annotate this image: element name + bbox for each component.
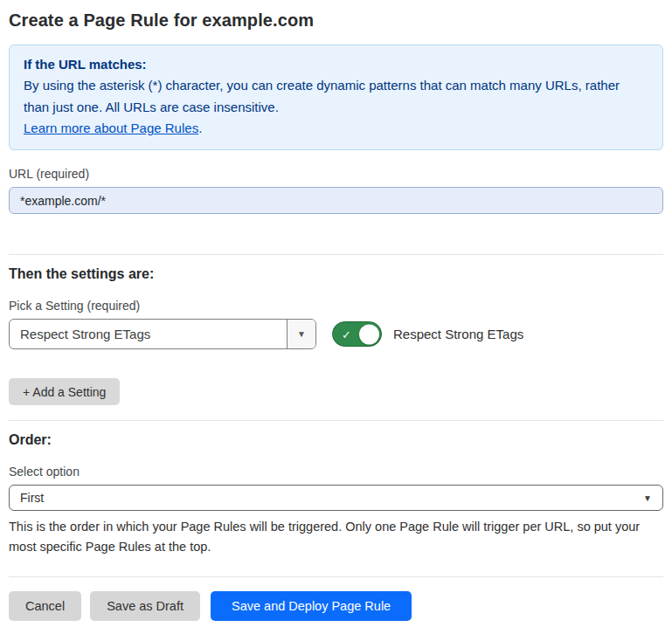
page-title: Create a Page Rule for example.com <box>9 10 663 31</box>
etags-toggle-label: Respect Strong ETags <box>393 327 523 341</box>
setting-select-arrow-box[interactable]: ▼ <box>287 320 315 348</box>
setting-select-value: Respect Strong ETags <box>10 320 287 348</box>
url-input[interactable] <box>9 187 663 214</box>
order-section-heading: Order: <box>9 432 663 448</box>
link-suffix: . <box>198 121 202 135</box>
order-select[interactable]: First ▼ <box>9 485 663 511</box>
learn-more-link[interactable]: Learn more about Page Rules <box>24 121 198 135</box>
divider <box>9 420 663 421</box>
toggle-knob <box>359 324 379 344</box>
footer-buttons: Cancel Save as Draft Save and Deploy Pag… <box>9 591 663 621</box>
order-select-label: Select option <box>9 465 663 479</box>
info-box-link-line: Learn more about Page Rules. <box>24 118 648 139</box>
pick-setting-label: Pick a Setting (required) <box>9 299 663 313</box>
settings-section-heading: Then the settings are: <box>9 266 663 282</box>
save-and-deploy-button[interactable]: Save and Deploy Page Rule <box>211 591 412 621</box>
page-rule-form: Create a Page Rule for example.com If th… <box>0 0 672 621</box>
order-select-value: First <box>20 491 44 505</box>
divider <box>9 254 663 255</box>
setting-row: Respect Strong ETags ▼ ✓ Respect Strong … <box>9 319 663 349</box>
add-setting-button[interactable]: + Add a Setting <box>9 378 120 405</box>
save-as-draft-button[interactable]: Save as Draft <box>90 591 200 621</box>
checkmark-icon: ✓ <box>342 328 351 340</box>
etags-toggle-group: ✓ Respect Strong ETags <box>332 321 523 347</box>
etags-toggle[interactable]: ✓ <box>332 321 382 347</box>
chevron-down-icon: ▼ <box>643 493 652 503</box>
order-help-text: This is the order in which your Page Rul… <box>9 517 663 556</box>
url-matches-info-box: If the URL matches: By using the asteris… <box>9 45 663 150</box>
divider <box>9 576 663 577</box>
info-box-heading: If the URL matches: <box>24 54 648 75</box>
cancel-button[interactable]: Cancel <box>9 591 81 621</box>
url-field-label: URL (required) <box>9 167 663 181</box>
chevron-down-icon: ▼ <box>297 329 306 339</box>
setting-select[interactable]: Respect Strong ETags ▼ <box>9 319 316 349</box>
info-box-body: By using the asterisk (*) character, you… <box>24 75 648 118</box>
